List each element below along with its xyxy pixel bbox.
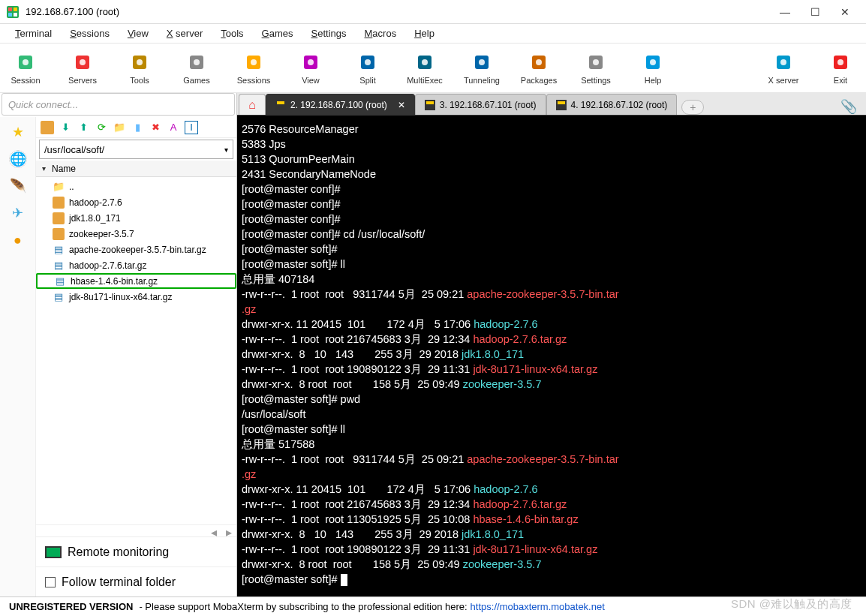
file-item[interactable]: ▬jdk1.8.0_171 xyxy=(36,210,236,226)
menu-settings[interactable]: Settings xyxy=(302,26,356,41)
terminal-text: [root@master soft]# pwd xyxy=(242,393,360,405)
tool-settings[interactable]: Settings xyxy=(576,52,615,85)
tab-close-icon[interactable]: ✕ xyxy=(398,100,405,110)
minimize-button[interactable]: — xyxy=(770,1,800,23)
file-tree: ⬇ ⬆ ⟳ 📁 ▮ ✖ A I /usr/local/soft/ ▾ ▾ Nam… xyxy=(36,117,236,596)
file-list-header[interactable]: ▾ Name xyxy=(36,161,236,177)
folder-up-icon: 📁 xyxy=(53,181,65,193)
tool-packages[interactable]: Packages xyxy=(519,52,558,85)
tools-icon xyxy=(129,52,150,73)
menu-view[interactable]: View xyxy=(119,26,158,41)
file-item[interactable]: ▤jdk-8u171-linux-x64.tar.gz xyxy=(36,289,236,305)
tab-home[interactable]: ⌂ xyxy=(239,94,266,115)
tool-sessions[interactable]: Sessions xyxy=(234,52,273,85)
file-item[interactable]: ▬zookeeper-3.5.7 xyxy=(36,226,236,242)
edit-icon[interactable]: I xyxy=(185,121,198,134)
terminal-icon xyxy=(425,100,435,110)
app-icon xyxy=(6,5,20,19)
menu-tools[interactable]: Tools xyxy=(212,26,252,41)
menu-x-server[interactable]: X server xyxy=(158,26,212,41)
status-link[interactable]: https://mobaxterm.mobatek.net xyxy=(471,601,605,612)
tool-exit[interactable]: Exit xyxy=(821,52,860,85)
add-tab-button[interactable]: + xyxy=(681,100,704,115)
chevron-down-icon[interactable]: ▾ xyxy=(224,146,228,154)
tool-session[interactable]: Session xyxy=(6,52,45,85)
remote-monitoring-row[interactable]: Remote monitoring xyxy=(36,536,236,566)
tab-session[interactable]: 4. 192.168.67.102 (root) xyxy=(546,94,678,115)
tool-games[interactable]: Games xyxy=(177,52,216,85)
tool-tunneling[interactable]: Tunneling xyxy=(462,52,501,85)
sftp-icon[interactable]: 🪶 xyxy=(9,177,27,195)
toolbar: SessionServersToolsGamesSessionsViewSpli… xyxy=(0,44,866,93)
file-name: hadoop-2.7.6 xyxy=(69,197,122,208)
checkbox-icon[interactable] xyxy=(45,577,56,587)
menu-help[interactable]: Help xyxy=(405,26,444,41)
tool-split[interactable]: Split xyxy=(348,52,387,85)
svg-rect-2 xyxy=(14,8,17,11)
tab-label: 3. 192.168.67.101 (root) xyxy=(440,100,537,110)
file-item[interactable]: ▬hadoop-2.7.6 xyxy=(36,194,236,210)
new-folder-icon[interactable]: 📁 xyxy=(113,121,126,134)
tab-session[interactable]: 2. 192.168.67.100 (root)✕ xyxy=(266,94,415,115)
terminal[interactable]: 2576 ResourceManager5383 Jps5113 QuorumP… xyxy=(237,116,866,596)
terminal-text: -rw-r--r--. 1 root root 9311744 5月 25 09… xyxy=(242,288,467,300)
file-name: .. xyxy=(69,182,74,192)
terminal-text: -rw-r--r--. 1 root root 113051925 5月 25 … xyxy=(242,513,473,525)
send-icon[interactable]: ✈ xyxy=(9,204,27,222)
window-title: 192.168.67.100 (root) xyxy=(26,6,770,17)
session-icon xyxy=(15,52,36,73)
terminal-text: 2576 ResourceManager xyxy=(242,123,359,135)
maximize-button[interactable]: ☐ xyxy=(800,1,830,23)
tool-help[interactable]: Help xyxy=(633,52,672,85)
quick-connect-input[interactable]: Quick connect... xyxy=(2,93,235,116)
file-item[interactable]: ▤hbase-1.4.6-bin.tar.gz xyxy=(36,273,236,289)
cursor xyxy=(341,574,347,586)
terminal-text: -rw-r--r--. 1 root root 9311744 5月 25 09… xyxy=(242,453,467,465)
menu-macros[interactable]: Macros xyxy=(356,26,406,41)
terminal-text: apache-zookeeper-3.5.7-bin.tar xyxy=(467,453,618,465)
archive-icon: ▤ xyxy=(53,244,65,256)
tool-x server[interactable]: X server xyxy=(764,52,803,85)
file-name: apache-zookeeper-3.5.7-bin.tar.gz xyxy=(69,245,206,255)
file-item[interactable]: ▤apache-zookeeper-3.5.7-bin.tar.gz xyxy=(36,242,236,257)
copy-icon[interactable]: ▮ xyxy=(131,121,144,134)
tool-label: Settings xyxy=(581,76,611,85)
terminal-text: [root@master soft]# ll xyxy=(242,258,345,270)
disk-icon[interactable]: ● xyxy=(9,231,27,249)
svg-rect-34 xyxy=(277,101,284,104)
menubar: TerminalSessionsViewX serverToolsGamesSe… xyxy=(0,24,866,44)
refresh-icon[interactable]: ⟳ xyxy=(95,121,108,134)
menu-games[interactable]: Games xyxy=(253,26,302,41)
file-item[interactable]: ▤hadoop-2.7.6.tar.gz xyxy=(36,257,236,273)
terminal-icon xyxy=(556,100,567,110)
menu-sessions[interactable]: Sessions xyxy=(61,26,119,41)
file-item[interactable]: 📁.. xyxy=(36,179,236,194)
star-icon[interactable]: ★ xyxy=(9,123,27,141)
paperclip-icon[interactable]: 📎 xyxy=(840,98,857,115)
follow-terminal-row[interactable]: Follow terminal folder xyxy=(36,566,236,596)
globe-icon[interactable]: 🌐 xyxy=(9,150,27,168)
folder-icon: ▬ xyxy=(53,197,65,209)
svg-rect-4 xyxy=(14,13,17,17)
scroll-left-icon[interactable]: ◂ xyxy=(206,525,221,536)
tab-session[interactable]: 3. 192.168.67.101 (root) xyxy=(415,94,546,115)
tool-label: Tunneling xyxy=(464,76,500,85)
terminal-text: -rw-r--r--. 1 root root 190890122 3月 29 … xyxy=(242,363,473,375)
folder-open-icon[interactable] xyxy=(41,121,54,134)
tool-tools[interactable]: Tools xyxy=(120,52,159,85)
menu-terminal[interactable]: Terminal xyxy=(6,26,61,41)
terminal-text: hbase-1.4.6-bin.tar.gz xyxy=(473,513,578,525)
download-icon[interactable]: ⬇ xyxy=(59,121,72,134)
upload-icon[interactable]: ⬆ xyxy=(77,121,90,134)
info-icon[interactable]: A xyxy=(167,121,180,134)
tool-view[interactable]: View xyxy=(291,52,330,85)
tool-servers[interactable]: Servers xyxy=(63,52,102,85)
close-button[interactable]: ✕ xyxy=(830,1,860,23)
collapse-arrow-icon: ▾ xyxy=(42,164,46,173)
tool-multiexec[interactable]: MultiExec xyxy=(405,52,444,85)
path-input[interactable]: /usr/local/soft/ ▾ xyxy=(39,140,233,159)
scroll-right-icon[interactable]: ▸ xyxy=(221,525,236,536)
terminal-text: .gz xyxy=(242,468,256,480)
delete-icon[interactable]: ✖ xyxy=(149,121,162,134)
left-panel: Quick connect... ★ 🌐 🪶 ✈ ● ⬇ ⬆ ⟳ 📁 ▮ ✖ A xyxy=(0,93,237,596)
